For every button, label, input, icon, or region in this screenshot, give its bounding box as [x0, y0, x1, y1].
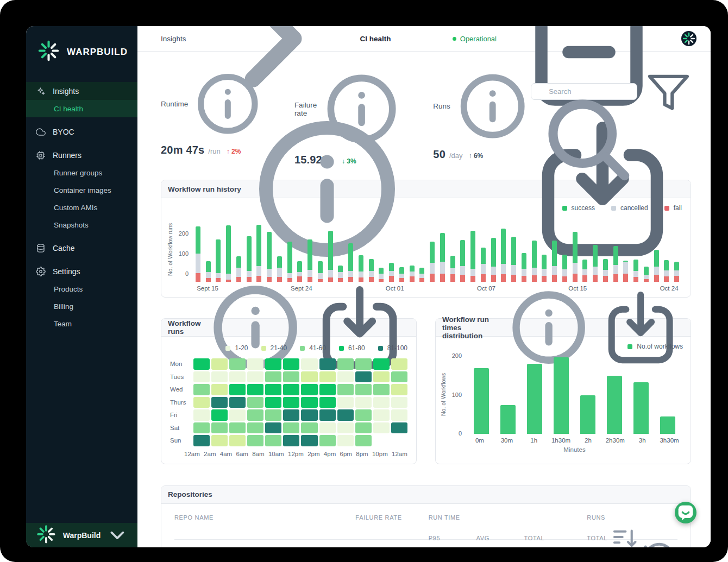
- legend-item-cancelled[interactable]: cancelled: [611, 204, 648, 212]
- history-bar: [305, 217, 315, 282]
- distribution-bar: [548, 355, 575, 434]
- legend-chip: [225, 346, 230, 351]
- heatmap-x-axis: 12am2am4am6am8am10am12pm2pm4pm6pm8pm10pm…: [184, 451, 407, 457]
- sidebar-item-billing[interactable]: Billing: [26, 298, 137, 315]
- legend-item-success[interactable]: success: [562, 204, 595, 212]
- x-tick-oct-24: Oct 24: [660, 285, 679, 292]
- heatmap-cell: [391, 409, 407, 421]
- cloud-icon: [36, 127, 46, 137]
- history-bar: [509, 217, 519, 282]
- legend-item-1-20[interactable]: 1-20: [225, 344, 248, 352]
- heatmap-hour-label: 2pm: [307, 451, 319, 457]
- heatmap-cell: [211, 435, 228, 446]
- heatmap-cell: [283, 397, 299, 408]
- y-tick-200: 200: [452, 352, 462, 359]
- history-y-axis: 2001000: [174, 217, 193, 282]
- heatmap-cell: [355, 371, 372, 383]
- breadcrumb-insights[interactable]: Insights: [161, 35, 186, 43]
- history-icon[interactable]: [640, 540, 677, 547]
- legend-item-61-80[interactable]: 61-80: [339, 344, 365, 352]
- status-badge[interactable]: Operational: [453, 35, 497, 43]
- sidebar-item-cache[interactable]: Cache: [26, 239, 137, 257]
- sidebar-item-custom-amis[interactable]: Custom AMIs: [26, 199, 137, 216]
- history-plot: [193, 217, 682, 282]
- heatmap-cell: [193, 409, 210, 421]
- sidebar-footer-org-switcher[interactable]: WarpBuild: [26, 523, 137, 547]
- sidebar-item-insights[interactable]: Insights: [26, 82, 137, 100]
- col-avg: AVG: [476, 535, 524, 541]
- sidebar-item-team[interactable]: Team: [26, 315, 137, 332]
- avatar[interactable]: [681, 31, 696, 46]
- heatmap-cell: [301, 397, 317, 408]
- heatmap-cell: [247, 409, 263, 421]
- sidebar-item-products[interactable]: Products: [26, 280, 137, 298]
- legend-item-fail[interactable]: fail: [664, 204, 682, 212]
- sort-descending-icon[interactable]: [610, 523, 639, 547]
- y-tick-100: 100: [179, 250, 189, 257]
- distribution-x-axis-title: Minutes: [466, 446, 683, 453]
- legend-item[interactable]: No.of workflows: [627, 343, 683, 350]
- sidebar-item-label: BYOC: [53, 128, 74, 136]
- sidebar: WARPBUILD InsightsCI healthBYOCRunnersRu…: [26, 26, 137, 547]
- legend-item-21-40[interactable]: 21-40: [261, 344, 287, 352]
- heatmap-cell: [193, 371, 210, 383]
- heatmap-cell: [319, 409, 336, 421]
- heatmap-cell: [229, 358, 246, 370]
- col-failure-rate: FAILURE RATE: [355, 514, 428, 521]
- history-bar: [234, 217, 244, 282]
- sidebar-nav: InsightsCI healthBYOCRunnersRunner group…: [26, 77, 137, 332]
- heatmap-cell: [373, 397, 390, 408]
- legend-label: 41-60: [309, 344, 326, 352]
- sidebar-item-byoc[interactable]: BYOC: [26, 123, 137, 141]
- history-bar: [549, 217, 560, 282]
- history-bar: [437, 217, 448, 282]
- heatmap-cell: [373, 435, 390, 446]
- x-tick-1h: 1h: [520, 437, 548, 444]
- heatmap-cell: [283, 371, 299, 383]
- history-bar: [203, 217, 214, 282]
- topbar: Insights CI health Operational: [137, 26, 711, 52]
- heatmap-cell: [211, 397, 228, 408]
- info-icon[interactable]: [454, 68, 531, 144]
- history-bar: [285, 217, 295, 282]
- history-bar: [376, 217, 387, 282]
- heatmap-cell: [391, 422, 407, 434]
- card-title: Repositories: [168, 490, 212, 498]
- history-bar: [386, 217, 397, 282]
- legend-item-41-60[interactable]: 41-60: [300, 344, 326, 352]
- heatmap-cell: [319, 422, 336, 434]
- legend-chip: [300, 346, 305, 351]
- sidebar-item-container-images[interactable]: Container images: [26, 181, 137, 199]
- card-title: Workflow runs: [168, 319, 201, 336]
- heatmap-cell: [301, 358, 317, 370]
- sidebar-item-runner-groups[interactable]: Runner groups: [26, 164, 137, 181]
- heatmap-cell: [247, 435, 263, 446]
- sidebar-item-snapshots[interactable]: Snapshots: [26, 216, 137, 233]
- stat-delta: ↑ 2%: [227, 148, 241, 155]
- history-bar: [570, 217, 580, 282]
- legend-item-81-100[interactable]: 81-100: [378, 344, 407, 352]
- heatmap-cell: [337, 384, 354, 395]
- cpu-icon: [36, 150, 46, 160]
- history-bar: [560, 217, 570, 282]
- heatmap-day-label: Thurs: [170, 399, 192, 406]
- card-title: Workflow run history: [168, 185, 241, 193]
- heatmap-cell: [211, 409, 228, 421]
- workflow-runs-heatmap-card: Workflow runs 1-2021-4041-6061-8081-100 …: [161, 318, 417, 464]
- sidebar-item-ci-health[interactable]: CI health: [26, 100, 137, 117]
- heatmap-cell: [355, 358, 372, 370]
- history-bar: [529, 217, 539, 282]
- heatmap-cell: [301, 409, 317, 421]
- chat-widget-button[interactable]: [675, 502, 696, 523]
- sidebar-item-settings[interactable]: Settings: [26, 262, 137, 280]
- col-runs: RUNS: [587, 514, 639, 521]
- heatmap-cell: [319, 384, 336, 395]
- history-bar: [600, 217, 611, 282]
- heatmap-cell: [193, 397, 210, 408]
- stat-delta: ↑ 6%: [469, 152, 484, 160]
- main-area: Insights CI health Operational: [137, 26, 711, 547]
- legend-label: 61-80: [348, 344, 365, 352]
- sidebar-item-runners[interactable]: Runners: [26, 146, 137, 164]
- distribution-x-axis: 0m30m1h1h30m2h2h30m3h3h30m: [466, 437, 683, 444]
- x-tick-0m: 0m: [466, 437, 493, 444]
